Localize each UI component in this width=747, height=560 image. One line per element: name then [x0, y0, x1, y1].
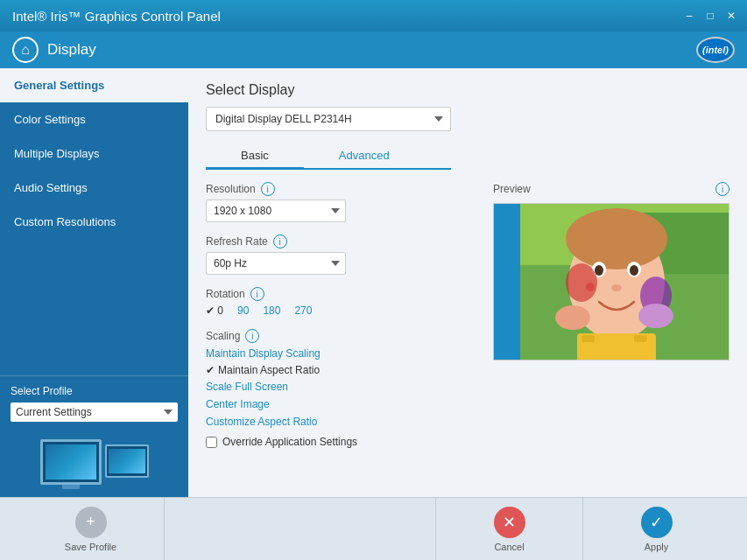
content-left: Resolution i 1920 x 1080 Refresh Rate i …	[206, 182, 476, 460]
rotation-0[interactable]: ✔ 0	[206, 304, 223, 317]
svg-point-10	[566, 263, 597, 302]
monitor-large	[40, 439, 102, 485]
bottom-bar: + Save Profile ✕ Cancel ✓ Apply	[0, 497, 747, 560]
svg-point-13	[638, 304, 673, 328]
preview-section: Preview i	[493, 182, 729, 196]
apply-section[interactable]: ✓ Apply	[582, 498, 729, 561]
resolution-info-icon[interactable]: i	[261, 182, 275, 196]
refresh-rate-field: Refresh Rate i 60p Hz	[206, 234, 476, 275]
preview-sidebar-strip	[494, 204, 520, 360]
scaling-info-icon[interactable]: i	[245, 329, 259, 343]
svg-point-12	[555, 305, 590, 330]
refresh-rate-info-icon[interactable]: i	[273, 234, 287, 248]
sidebar-item-audio[interactable]: Audio Settings	[0, 171, 188, 205]
rotation-label: Rotation i	[206, 287, 476, 301]
select-display-title: Select Display	[206, 82, 729, 98]
resolution-field: Resolution i 1920 x 1080	[206, 182, 476, 222]
svg-point-17	[586, 283, 595, 291]
scaling-maintain-aspect[interactable]: ✔ Maintain Aspect Ratio	[206, 364, 476, 376]
override-app-label[interactable]: Override Application Settings	[222, 436, 357, 448]
content-columns: Resolution i 1920 x 1080 Refresh Rate i …	[206, 182, 729, 460]
intel-logo: (intel)	[696, 37, 735, 63]
override-app-checkbox[interactable]	[206, 437, 217, 448]
svg-point-7	[595, 265, 603, 276]
scaling-center-image[interactable]: Center Image	[206, 397, 476, 411]
rotation-90[interactable]: 90	[237, 304, 249, 317]
close-button[interactable]: ✕	[722, 7, 740, 24]
svg-point-8	[630, 265, 638, 276]
svg-rect-15	[581, 335, 595, 342]
save-profile-icon: +	[75, 507, 107, 538]
rotation-options: ✔ 0 90 180 270	[206, 304, 476, 317]
preview-photo-svg	[520, 204, 729, 360]
resolution-select[interactable]: 1920 x 1080	[206, 200, 346, 222]
override-app-row: Override Application Settings	[206, 436, 476, 448]
home-icon[interactable]: ⌂	[12, 37, 39, 63]
title-bar-controls: – □ ✕	[680, 7, 740, 24]
monitor-screen-large	[46, 444, 96, 480]
profile-select[interactable]: Current Settings	[11, 402, 178, 422]
sidebar-nav: General Settings Color Settings Multiple…	[0, 68, 188, 375]
minimize-button[interactable]: –	[680, 7, 698, 24]
monitor-small	[105, 444, 149, 478]
monitor-screen-small	[109, 449, 145, 473]
rotation-info-icon[interactable]: i	[250, 287, 264, 301]
tab-basic[interactable]: Basic	[206, 144, 304, 170]
sidebar-item-multiple[interactable]: Multiple Displays	[0, 136, 188, 171]
cancel-section[interactable]: ✕ Cancel	[435, 498, 582, 561]
sidebar-item-color[interactable]: Color Settings	[0, 102, 188, 136]
cancel-icon: ✕	[494, 507, 525, 538]
sidebar-item-custom[interactable]: Custom Resolutions	[0, 205, 188, 239]
title-bar: Intel® Iris™ Graphics Control Panel – □ …	[0, 0, 747, 32]
scaling-maintain-display[interactable]: Maintain Display Scaling	[206, 346, 476, 360]
scaling-customize-aspect[interactable]: Customize Aspect Ratio	[206, 415, 476, 429]
tabs-row: Basic Advanced	[206, 144, 451, 170]
preview-info-icon[interactable]: i	[715, 182, 729, 196]
content-right: Preview i	[493, 182, 729, 460]
sidebar-profile-section: Select Profile Current Settings	[0, 375, 188, 430]
subheader: ⌂ Display (intel)	[0, 32, 747, 68]
rotation-180[interactable]: 180	[263, 304, 280, 317]
save-profile-section[interactable]: + Save Profile	[18, 498, 165, 561]
save-profile-label: Save Profile	[65, 542, 116, 552]
svg-point-4	[566, 208, 667, 270]
scaling-scale-full[interactable]: Scale Full Screen	[206, 380, 476, 394]
cancel-label: Cancel	[494, 542, 524, 552]
display-select-row: Digital Display DELL P2314H	[206, 107, 729, 131]
sidebar-item-general[interactable]: General Settings	[0, 68, 188, 102]
sidebar-profile-label: Select Profile	[11, 385, 178, 397]
refresh-rate-select[interactable]: 60p Hz	[206, 252, 346, 275]
sidebar-monitors	[0, 430, 188, 497]
scaling-label: Scaling i	[206, 329, 476, 343]
resolution-label: Resolution i	[206, 182, 476, 196]
apply-label: Apply	[645, 542, 669, 552]
subheader-title: Display	[47, 41, 96, 59]
refresh-rate-label: Refresh Rate i	[206, 234, 476, 248]
title-bar-title: Intel® Iris™ Graphics Control Panel	[12, 9, 221, 24]
svg-point-9	[611, 284, 622, 291]
apply-icon: ✓	[641, 507, 673, 538]
rotation-field: Rotation i ✔ 0 90 180 270	[206, 287, 476, 317]
content-area: Select Display Digital Display DELL P231…	[188, 68, 747, 497]
scaling-field: Scaling i Maintain Display Scaling ✔ Mai…	[206, 329, 476, 448]
preview-image	[493, 203, 729, 360]
svg-rect-16	[634, 335, 647, 342]
maximize-button[interactable]: □	[701, 7, 719, 24]
rotation-270[interactable]: 270	[294, 304, 312, 317]
display-select[interactable]: Digital Display DELL P2314H	[206, 107, 451, 131]
scaling-options: Maintain Display Scaling ✔ Maintain Aspe…	[206, 346, 476, 448]
tab-advanced[interactable]: Advanced	[304, 144, 425, 170]
main-layout: General Settings Color Settings Multiple…	[0, 68, 747, 497]
sidebar: General Settings Color Settings Multiple…	[0, 68, 188, 497]
